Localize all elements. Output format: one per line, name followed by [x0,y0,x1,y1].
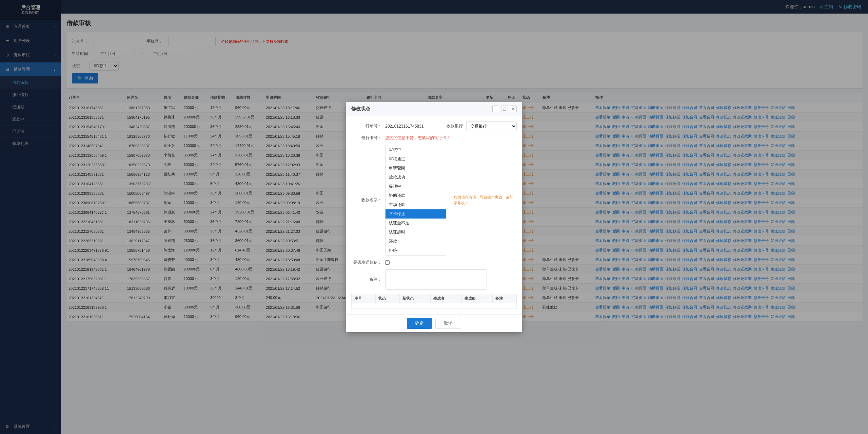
modal-remark-textarea[interactable] [385,269,487,290]
modal-dropdown-row: 收款名字： 审核中 审核通过 申请驳回 放款成功 提现中 协助还款 主动还款 下… [351,145,517,256]
sub-col-status: 状态 [376,294,400,303]
modal-modify-status: 修改状态 ─ □ ✕ 订单号： 20210123161745831 收款银行 交… [346,102,522,332]
modal-dropdown-label: 收款名字： [351,197,382,203]
modal-sms-checkbox-row [385,260,390,265]
modal-header: 修改状态 ─ □ ✕ [346,102,522,116]
dropdown-item-7[interactable]: 下卡停止 [386,209,446,219]
modal-close-button[interactable]: ✕ [510,106,517,112]
modal-remark-label: 备注： [351,277,382,282]
modal-status-row: 银行卡号： 您的的信息不符，您填写的银行卡！ [351,135,517,141]
modal-body: 订单号： 20210123161745831 收款银行 交通银行 银行卡号： 您… [346,116,522,314]
modal-sms-checkbox[interactable] [385,260,390,265]
modal-overlay[interactable]: 修改状态 ─ □ ✕ 订单号： 20210123161745831 收款银行 交… [0,0,868,434]
dropdown-item-11[interactable]: 拒绝 [386,246,446,255]
dropdown-item-2[interactable]: 申请驳回 [386,164,446,173]
modal-sms-hint: 您的信息有误，导致操作失败，请补录修改！ [454,194,517,206]
sub-col-new-status: 新状态 [400,294,431,303]
sub-col-seq: 序号 [352,294,376,303]
dropdown-item-4[interactable]: 提现中 [386,182,446,191]
modal-order-value: 20210123161745831 [385,124,423,129]
modal-remark-row: 备注： [351,269,517,290]
modal-sub-table: 序号 状态 新状态 生成者 生成ID 备注 [351,294,517,309]
modal-cancel-button[interactable]: 取消 [435,318,461,329]
sub-table-empty [352,303,517,308]
modal-title: 修改状态 [351,106,370,112]
modal-order-row: 订单号： 20210123161745831 收款银行 交通银行 [351,121,517,131]
modal-order-label: 订单号： [351,123,382,129]
modal-footer: 确定 取消 [346,314,522,332]
modal-minimize-button[interactable]: ─ [492,106,499,112]
modal-card-error-hint: 您的的信息不符，您填写的银行卡！ [385,135,450,141]
sub-col-creator: 生成者 [431,294,461,303]
modal-bank-select[interactable]: 交通银行 [466,121,517,131]
dropdown-item-3[interactable]: 放款成功 [386,173,446,182]
modal-sms-label: 是否发送短信： [351,260,382,265]
modal-controls: ─ □ ✕ [492,106,517,112]
modal-maximize-button[interactable]: □ [501,106,508,112]
dropdown-item-6[interactable]: 主动还款 [386,200,446,209]
modal-dropdown-container: 审核中 审核通过 申请驳回 放款成功 提现中 协助还款 主动还款 下卡停止 认证… [385,145,446,256]
modal-bank-label: 收款银行 [432,123,463,129]
dropdown-item-9[interactable]: 认证超时 [386,228,446,237]
sub-col-remark: 备注 [492,294,516,303]
sub-table-row-empty [352,303,517,308]
modal-status-dropdown[interactable]: 审核中 审核通过 申请驳回 放款成功 提现中 协助还款 主动还款 下卡停止 认证… [385,145,446,256]
dropdown-item-1[interactable]: 审核通过 [386,154,446,164]
dropdown-item-5[interactable]: 协助还款 [386,191,446,200]
modal-confirm-button[interactable]: 确定 [407,318,432,329]
modal-current-status-label: 银行卡号： [351,135,382,141]
dropdown-item-10[interactable]: 还款 [386,237,446,246]
modal-sub-table-wrapper: 序号 状态 新状态 生成者 生成ID 备注 [351,294,517,309]
modal-sms-section: 您的信息有误，导致操作失败，请补录修改！ [454,194,517,206]
dropdown-item-0[interactable]: 审核中 [386,145,446,154]
sub-col-creator-id: 生成ID [461,294,492,303]
modal-sms-row: 是否发送短信： [351,260,517,265]
dropdown-item-8[interactable]: 认证金不足 [386,219,446,228]
